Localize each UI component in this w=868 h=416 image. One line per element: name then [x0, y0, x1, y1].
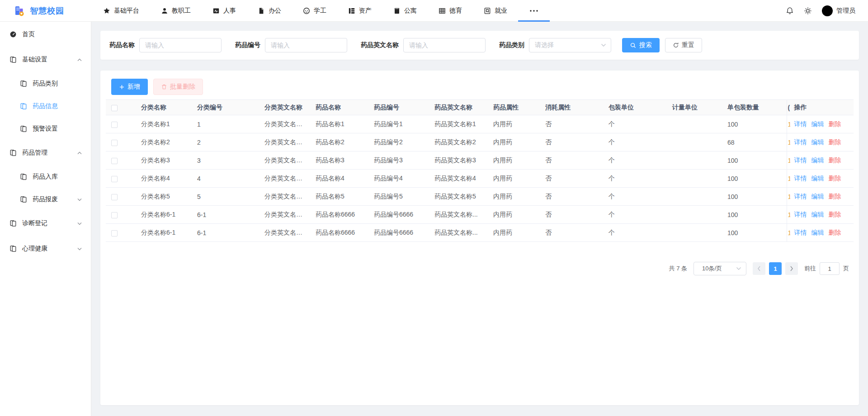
sidebar-item-drug-scrap[interactable]: 药品报废 [0, 188, 91, 211]
row-checkbox[interactable] [111, 122, 118, 128]
delete-link[interactable]: 删除 [829, 138, 841, 146]
topnav-item-moral[interactable]: 德育 [428, 0, 473, 22]
table-cell: 药品名称3 [310, 151, 368, 170]
row-checkbox[interactable] [111, 158, 118, 164]
edit-link[interactable]: 编辑 [811, 120, 824, 128]
edit-link[interactable]: 编辑 [811, 193, 824, 200]
topnav-label: 办公 [269, 7, 281, 15]
filter-label: 药品编号 [235, 41, 260, 49]
chevron-down-icon [601, 43, 606, 47]
chevron-left-icon [757, 266, 761, 271]
operation-cell: 1详情编辑删除 [787, 188, 854, 206]
sidebar-item-warning-settings[interactable]: 预警设置 [0, 118, 91, 140]
topnav-item-apartment[interactable]: 公寓 [382, 0, 428, 22]
topnav-item-asset[interactable]: 资产 [337, 0, 382, 22]
sidebar-item-diagnosis[interactable]: 诊断登记 [0, 211, 91, 236]
drug-english-name-input[interactable] [403, 38, 486, 52]
topnav-item-employment[interactable]: 就业 [473, 0, 518, 22]
operation-cell: 1详情编辑删除 [787, 224, 854, 242]
delete-link[interactable]: 删除 [829, 120, 841, 128]
topnav-item-platform[interactable]: 基础平台 [92, 0, 150, 22]
table-cell: 1 [192, 115, 259, 133]
row-checkbox[interactable] [111, 230, 118, 236]
table-cell: 否 [540, 224, 603, 242]
filter-drug-category: 药品类别 请选择 [499, 38, 611, 52]
batch-delete-button[interactable]: 批量删除 [153, 79, 203, 95]
drug-category-select[interactable]: 请选择 [529, 38, 611, 52]
row-checkbox[interactable] [111, 212, 118, 218]
detail-link[interactable]: 详情 [794, 156, 807, 164]
sidebar-item-home[interactable]: 首页 [0, 22, 91, 47]
edit-link[interactable]: 编辑 [811, 229, 824, 236]
table-cell: 个 [603, 188, 667, 206]
sidebar-item-drug-info[interactable]: 药品信息 [0, 95, 91, 118]
topnav-item-hr[interactable]: 人事 [202, 0, 247, 22]
settings-gear-icon[interactable] [804, 7, 812, 15]
detail-link[interactable]: 详情 [794, 193, 807, 200]
edit-link[interactable]: 编辑 [811, 138, 824, 146]
row-checkbox[interactable] [111, 176, 118, 182]
detail-link[interactable]: 详情 [794, 175, 807, 182]
drug-name-input[interactable] [139, 38, 222, 52]
topnav-item-staff[interactable]: 教职工 [150, 0, 202, 22]
plus-icon [119, 84, 125, 90]
clipped-column-fragment: 1 [788, 211, 790, 218]
delete-link[interactable]: 删除 [829, 229, 841, 236]
next-page-button[interactable] [785, 262, 798, 275]
edit-link[interactable]: 编辑 [811, 211, 824, 218]
sidebar-item-drug-inbound[interactable]: 药品入库 [0, 165, 91, 188]
delete-link[interactable]: 删除 [829, 175, 841, 182]
edit-link[interactable]: 编辑 [811, 175, 824, 182]
detail-link[interactable]: 详情 [794, 211, 807, 218]
header-checkbox-cell [106, 100, 136, 115]
page-number-current[interactable]: 1 [769, 262, 782, 275]
edit-link[interactable]: 编辑 [811, 156, 824, 164]
more-icon [529, 7, 539, 14]
topnav-item-more[interactable] [518, 0, 550, 22]
table-cell: 2 [192, 133, 259, 151]
operation-cell: 1详情编辑删除 [787, 206, 854, 224]
add-button[interactable]: 新增 [111, 79, 148, 95]
face-icon [303, 7, 310, 14]
delete-link[interactable]: 删除 [829, 156, 841, 164]
table-row: 分类名称22分类英文名称2药品名称2药品编号2药品英文名称2内用药否个681详情… [106, 133, 854, 151]
table-cell: 个 [603, 151, 667, 170]
table-row: 分类名称55分类英文名称5药品名称5药品编号5药品英文名称5内用药否个1001详… [106, 188, 854, 206]
goto-page-input[interactable] [820, 262, 840, 275]
operation-column-header: (操作 [787, 100, 854, 115]
sidebar-item-drug-management[interactable]: 药品管理 [0, 140, 91, 165]
row-checkbox[interactable] [111, 140, 118, 146]
reset-button[interactable]: 重置 [665, 38, 702, 52]
search-button[interactable]: 搜索 [622, 38, 660, 52]
star-icon [103, 7, 110, 14]
topnav-item-student[interactable]: 学工 [292, 0, 337, 22]
topnav-label: 就业 [495, 7, 507, 15]
detail-link[interactable]: 详情 [794, 229, 807, 236]
chevron-up-icon [77, 151, 82, 155]
chevron-up-icon [77, 58, 82, 61]
notification-bell-icon[interactable] [786, 7, 794, 15]
column-header: 计量单位 [667, 100, 722, 115]
table-cell: 药品英文名称4 [429, 170, 488, 188]
sidebar-item-basic-settings[interactable]: 基础设置 [0, 47, 91, 72]
topnav-item-office[interactable]: 办公 [247, 0, 292, 22]
delete-link[interactable]: 删除 [829, 193, 841, 200]
table-cell: 药品英文名称3 [429, 151, 488, 170]
select-all-checkbox[interactable] [111, 105, 118, 111]
filter-label: 药品英文名称 [361, 41, 399, 49]
user-menu[interactable]: 管理员 [822, 5, 855, 16]
sidebar-label: 药品信息 [33, 102, 82, 110]
table-cell: 分类名称2 [136, 133, 192, 151]
sidebar-item-mental-health[interactable]: 心理健康 [0, 236, 91, 261]
table-cell: 6-1 [192, 206, 259, 224]
detail-link[interactable]: 详情 [794, 120, 807, 128]
clipped-column-fragment: 1 [788, 157, 790, 164]
sidebar-item-drug-category[interactable]: 药品类别 [0, 72, 91, 95]
delete-link[interactable]: 删除 [829, 211, 841, 218]
prev-page-button[interactable] [753, 262, 765, 275]
page-size-select[interactable]: 10条/页 [693, 262, 746, 275]
row-checkbox[interactable] [111, 194, 118, 200]
table-cell: 否 [540, 151, 603, 170]
drug-code-input[interactable] [265, 38, 347, 52]
detail-link[interactable]: 详情 [794, 138, 807, 146]
